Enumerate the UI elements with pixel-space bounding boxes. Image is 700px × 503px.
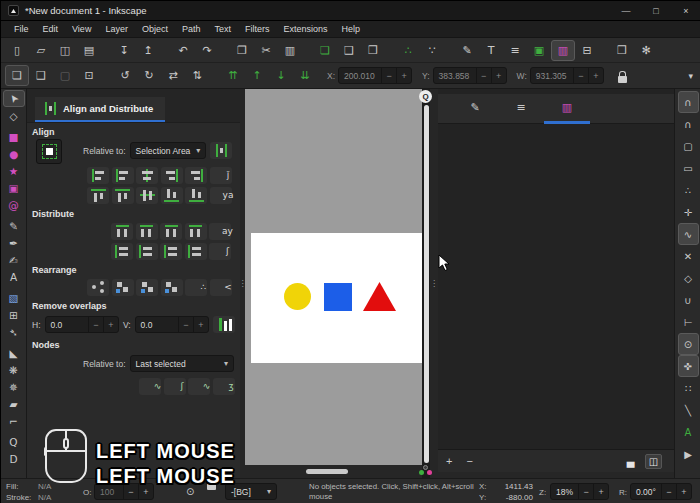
snap-cusp-nodes-button[interactable]: ◇ <box>678 267 699 289</box>
ellipse-tool[interactable]: ● <box>3 145 25 162</box>
raise-to-top-button[interactable]: ⇈ <box>221 65 245 86</box>
menu-layer[interactable]: Layer <box>98 24 135 34</box>
select-all-button[interactable]: ❏ <box>5 65 29 86</box>
menu-text[interactable]: Text <box>207 24 238 34</box>
arrange-connector-network[interactable] <box>87 279 109 296</box>
snap-nodes-button[interactable]: ∿ <box>678 223 699 245</box>
paint-bucket-tool[interactable]: ◣ <box>3 344 25 361</box>
rotation-value[interactable]: 0.00° <box>631 484 661 499</box>
horizontal-scrollbar-thumb[interactable] <box>306 469 348 474</box>
align-right-edges[interactable] <box>161 167 183 184</box>
rotate-cw-button[interactable]: ↻ <box>137 65 161 86</box>
menu-view[interactable]: View <box>65 24 98 34</box>
group-button[interactable]: ∴ <box>396 40 420 61</box>
snap-bbox-centers-button[interactable]: ✛ <box>678 201 699 223</box>
select-all-layers-button[interactable]: ❑ <box>29 65 53 86</box>
yellow-circle-shape[interactable] <box>284 283 311 310</box>
distribute-nodes-horizontally[interactable]: ∿ <box>188 378 210 395</box>
snap-object-centers-button[interactable]: ⊙ <box>678 333 699 355</box>
distribute-top-edges[interactable] <box>111 243 133 260</box>
v-gap-value[interactable]: 0.0 <box>136 317 178 332</box>
snap-bbox-edges-button[interactable]: ▢ <box>678 135 699 157</box>
save-button[interactable]: ◫ <box>53 40 77 61</box>
align-left-to-right-of-anchor[interactable] <box>185 167 207 184</box>
fill-stroke-dialog-button[interactable]: ✎ <box>455 40 479 61</box>
spiral-tool[interactable]: @ <box>3 196 25 213</box>
canvas[interactable] <box>245 89 422 465</box>
distribute-bottom-edges[interactable] <box>160 243 182 260</box>
align-distribute-dialog-button[interactable]: ▥ <box>551 40 575 61</box>
menu-extensions[interactable]: Extensions <box>276 24 334 34</box>
distribute-text-anchors-vertical[interactable]: ʃ <box>209 243 231 260</box>
redo-button[interactable]: ↷ <box>195 40 219 61</box>
snap-path-intersections-button[interactable]: ✕ <box>678 245 699 267</box>
x-field-value[interactable]: 200.010 <box>339 68 381 83</box>
snap-grid-button[interactable]: ∷ <box>678 377 699 399</box>
panel-option-button-2[interactable]: ◫ <box>645 454 662 469</box>
color-management-icon[interactable] <box>419 465 433 477</box>
h-gap-value[interactable]: 0.0 <box>46 317 88 332</box>
nodes-relative-to-select[interactable]: Last selected ▾ <box>130 355 234 372</box>
x-decrement-button[interactable]: − <box>381 68 396 83</box>
duplicate-button[interactable]: ❏ <box>313 40 337 61</box>
quick-zoom-button[interactable]: Q <box>419 90 432 103</box>
text-tool[interactable]: A <box>3 268 25 285</box>
pencil-tool[interactable]: ✎ <box>3 217 25 234</box>
paste-button[interactable]: ▥ <box>278 40 302 61</box>
dock-splitter-right[interactable]: ⋮ <box>430 89 438 478</box>
v-gap-decrement[interactable]: − <box>178 317 193 332</box>
zoom-value[interactable]: 18% <box>551 484 578 499</box>
connector-tool[interactable]: ⌐ <box>3 412 25 429</box>
menu-object[interactable]: Object <box>135 24 175 34</box>
snap-text-baseline-button[interactable]: A <box>678 421 699 443</box>
blue-square-shape[interactable] <box>324 283 352 311</box>
xml-editor-button[interactable]: ▣ <box>527 40 551 61</box>
pages-tool[interactable]: D <box>3 450 25 467</box>
menu-edit[interactable]: Edit <box>36 24 66 34</box>
center-on-horizontal-axis[interactable] <box>136 187 158 204</box>
toolbars-button[interactable]: ⊟ <box>575 40 599 61</box>
tweak-tool[interactable]: ❋ <box>3 361 25 378</box>
menu-filters[interactable]: Filters <box>238 24 277 34</box>
toolbar-overflow-chevron[interactable]: ▾ <box>688 71 693 81</box>
x-increment-button[interactable]: + <box>396 68 411 83</box>
layers-dialog-button[interactable]: ≡ <box>503 40 527 61</box>
clone-button[interactable]: ❑ <box>337 40 361 61</box>
node-tool[interactable]: ◇ <box>3 107 25 124</box>
panel-option-button-1[interactable]: ▄ <box>622 454 639 469</box>
raise-button[interactable]: ↑ <box>245 65 269 86</box>
rotate-ccw-button[interactable]: ↺ <box>113 65 137 86</box>
snap-enable-button[interactable]: ∩ <box>678 91 699 113</box>
dropper-tool[interactable]: ➴ <box>3 323 25 340</box>
w-field-value[interactable]: 931.305 <box>531 68 573 83</box>
horizontal-scrollbar[interactable] <box>245 465 422 478</box>
undo-button[interactable]: ↶ <box>171 40 195 61</box>
snap-line-midpoints-button[interactable]: ⊢ <box>678 311 699 333</box>
align-bottom-edges[interactable] <box>161 187 183 204</box>
minimize-button[interactable]: — <box>611 1 641 20</box>
fill-value[interactable]: N/A <box>38 482 51 491</box>
align-top-to-bottom-of-anchor[interactable] <box>185 187 207 204</box>
open-button[interactable]: ▱ <box>29 40 53 61</box>
w-decrement-button[interactable]: − <box>573 68 588 83</box>
exchange-clockwise[interactable] <box>161 279 183 296</box>
flip-horizontal-button[interactable]: ⇄ <box>161 65 185 86</box>
lower-button[interactable]: ↓ <box>269 65 293 86</box>
snap-smooth-nodes-button[interactable]: ∪ <box>678 289 699 311</box>
deselect-button[interactable]: ▢ <box>53 65 77 86</box>
selection-bbox-button[interactable]: ⊡ <box>77 65 101 86</box>
pen-tool[interactable]: ✒ <box>3 234 25 251</box>
h-gap-increment[interactable]: + <box>103 317 118 332</box>
zoom-increment[interactable]: + <box>593 484 608 499</box>
zoom-tool[interactable]: Q <box>3 433 25 450</box>
v-gap-increment[interactable]: + <box>193 317 208 332</box>
y-field-value[interactable]: 383.858 <box>434 68 476 83</box>
add-item-button[interactable]: + <box>446 455 452 467</box>
h-gap-decrement[interactable]: − <box>88 317 103 332</box>
align-text-anchors-vertical[interactable]: ya <box>210 187 232 204</box>
tab-objects[interactable]: ▥ <box>544 94 590 124</box>
distribute-left-edges[interactable] <box>111 223 133 240</box>
distribute-text-anchors-horizontal[interactable]: ay <box>209 223 231 240</box>
flip-vertical-button[interactable]: ⇅ <box>185 65 209 86</box>
tab-fill-stroke[interactable]: ✎ <box>452 94 498 124</box>
